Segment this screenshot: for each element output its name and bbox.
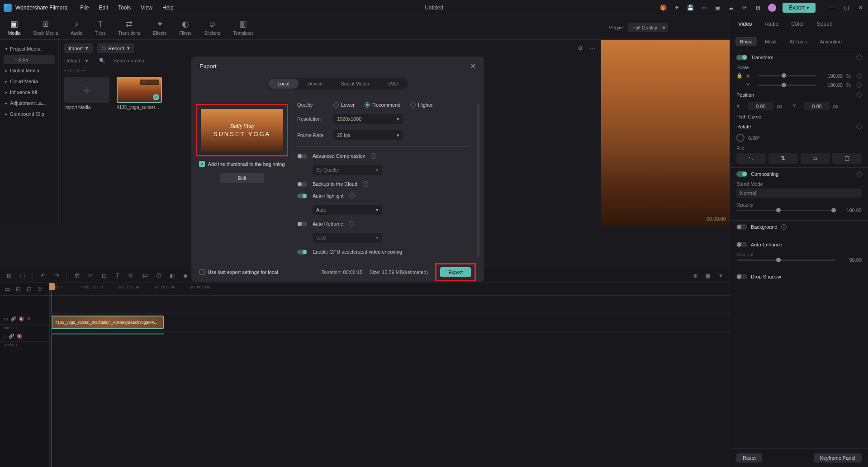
send-icon[interactable]: ✈ [673, 4, 680, 11]
auto-highlight-switch[interactable] [297, 193, 307, 198]
help-icon[interactable]: ? [349, 193, 355, 198]
pos-x-input[interactable] [748, 102, 773, 110]
minimize-icon[interactable]: — [828, 4, 835, 11]
audio-track-header[interactable]: ♪ 🔗 🔇 [0, 331, 49, 342]
sidebar-adjustment[interactable]: ▸Adjustment La... [2, 98, 57, 108]
video-clip[interactable]: 4135_yoga_sunset_meditation_AoNangBeachY… [52, 316, 164, 329]
video-track-header[interactable]: ▭ 🔗 🔇 👁 [0, 314, 49, 325]
timeline-opt2-icon[interactable]: ⊟ [14, 286, 22, 293]
apps-icon[interactable]: ⊞ [754, 4, 762, 11]
redo-icon[interactable]: ↷ [53, 272, 60, 279]
menu-view[interactable]: View [141, 5, 152, 11]
grid-icon[interactable]: ▦ [704, 272, 711, 279]
subtab-mask[interactable]: Mask [760, 37, 781, 46]
gift-icon[interactable]: 🎁 [659, 4, 667, 11]
framerate-select[interactable]: 25 fps [333, 130, 403, 140]
cloud-icon[interactable]: ☁ [727, 4, 735, 11]
visibility-icon[interactable]: 👁 [27, 316, 31, 321]
modal-close-icon[interactable]: ✕ [470, 62, 476, 71]
select-tool-icon[interactable]: ⬚ [19, 272, 26, 279]
keyframe-panel-button[interactable]: Keyframe Panel [814, 453, 862, 462]
kf-icon[interactable] [856, 171, 863, 177]
tab-stickers[interactable]: ☺Stickers [204, 19, 221, 36]
quality-recommend-radio[interactable]: Recommend [365, 102, 400, 108]
modal-tab-device[interactable]: Device [299, 79, 332, 89]
highlight-mode-select[interactable]: Auto [313, 205, 382, 215]
clip-thumb[interactable]: 00:00:15 ✓ [117, 77, 162, 103]
timeline-opt4-icon[interactable]: ⧉ [36, 286, 43, 293]
flip-h-button[interactable]: ⇋ [736, 153, 766, 164]
modal-tab-local[interactable]: Local [268, 79, 298, 89]
tab-titles[interactable]: TTitles [95, 19, 106, 36]
layers-icon[interactable]: ▣ [714, 4, 721, 11]
search-input[interactable] [111, 57, 165, 65]
media-clip-item[interactable]: 00:00:15 ✓ 4135_yoga_sunset_me... [117, 77, 162, 110]
tab-stock-media[interactable]: ⊞Stock Media [33, 19, 58, 36]
modal-scrollbar[interactable] [477, 104, 479, 257]
use-last-settings-checkbox[interactable]: Use last export settings for local [199, 269, 278, 275]
scale-y-slider[interactable] [758, 85, 816, 86]
tag-icon[interactable]: 🏷 [141, 272, 148, 279]
tab-audio[interactable]: ♪Audio [71, 19, 82, 36]
gpu-switch[interactable] [297, 250, 307, 255]
more-menu-icon[interactable]: ▾ [717, 272, 724, 279]
adv-compression-switch[interactable] [297, 154, 307, 159]
menu-edit[interactable]: Edit [99, 5, 109, 11]
player-quality-dropdown[interactable]: Full Quality [628, 23, 668, 32]
export-button[interactable]: Export [440, 267, 471, 277]
reframe-aspect-select[interactable]: 9:16 [313, 233, 382, 243]
link-icon[interactable]: 🔗 [9, 334, 14, 339]
audio-clip[interactable] [52, 333, 164, 335]
record-button[interactable]: Record▾ [97, 43, 134, 53]
flip-btn3[interactable]: ▭ [801, 153, 830, 164]
resolution-select[interactable]: 1920x1080 [333, 114, 403, 124]
rtab-audio[interactable]: Audio [764, 21, 778, 27]
tab-transitions[interactable]: ⇄Transitions [118, 19, 140, 36]
default-sort[interactable]: Default [64, 58, 80, 63]
menu-tools[interactable]: Tools [118, 5, 131, 11]
tab-filters[interactable]: ◐Filters [179, 19, 191, 36]
background-toggle[interactable] [736, 224, 747, 230]
transform-toggle[interactable] [736, 55, 747, 60]
modal-tab-dvd[interactable]: DVD [378, 79, 407, 89]
quality-higher-radio[interactable]: Higher [410, 102, 432, 108]
sidebar-project-media[interactable]: ▾Project Media [2, 43, 57, 54]
delete-icon[interactable]: 🗑 [73, 272, 81, 279]
add-thumbnail-checkbox[interactable]: ✓ Add the thumbnail to the beginning [199, 161, 285, 167]
kf-icon[interactable] [856, 72, 863, 79]
tab-templates[interactable]: ▥Templates [233, 19, 254, 36]
keyframe-diamond[interactable] [856, 54, 863, 61]
marker-icon[interactable]: ◆ [182, 272, 189, 279]
scale-x-slider[interactable] [758, 75, 816, 76]
color-icon[interactable]: ◐ [168, 272, 175, 279]
edit-thumbnail-button[interactable]: Edit [220, 173, 265, 183]
copy-icon[interactable]: ⎘ [128, 272, 135, 279]
backup-cloud-switch[interactable] [297, 182, 307, 187]
save-icon[interactable]: 💾 [687, 4, 694, 11]
mute-icon[interactable]: 🔇 [19, 316, 24, 321]
more-icon[interactable]: ⋯ [588, 45, 596, 52]
kf-icon[interactable] [856, 92, 863, 98]
import-thumb[interactable]: ＋ [64, 77, 109, 103]
quality-lower-radio[interactable]: Lower [333, 102, 355, 108]
image-icon[interactable]: ▭ [700, 4, 707, 11]
refresh-icon[interactable]: ⟳ [741, 4, 748, 11]
help-icon[interactable]: ? [781, 224, 787, 230]
subtab-animation[interactable]: Animation [815, 37, 846, 46]
sidebar-global-media[interactable]: ▸Global Media [2, 65, 57, 76]
kf-icon[interactable] [856, 82, 863, 88]
opacity-slider[interactable] [736, 210, 835, 211]
pos-y-input[interactable] [804, 102, 830, 110]
help-icon[interactable]: ? [371, 153, 376, 159]
export-button-top[interactable]: Export▾ [783, 3, 816, 13]
rtab-color[interactable]: Color [791, 21, 804, 27]
crop-icon[interactable]: ⊡ [100, 272, 108, 279]
kf-icon[interactable] [856, 123, 863, 130]
mute-icon[interactable]: 🔇 [17, 334, 22, 339]
amount-slider[interactable] [736, 259, 835, 261]
timeline-opt1-icon[interactable]: ▭ [4, 286, 11, 293]
rtab-video[interactable]: Video [738, 21, 752, 27]
filter-icon[interactable]: ⚙ [577, 45, 584, 52]
maximize-icon[interactable]: ▢ [843, 4, 850, 11]
compression-mode-select[interactable]: By Quality [313, 165, 382, 175]
